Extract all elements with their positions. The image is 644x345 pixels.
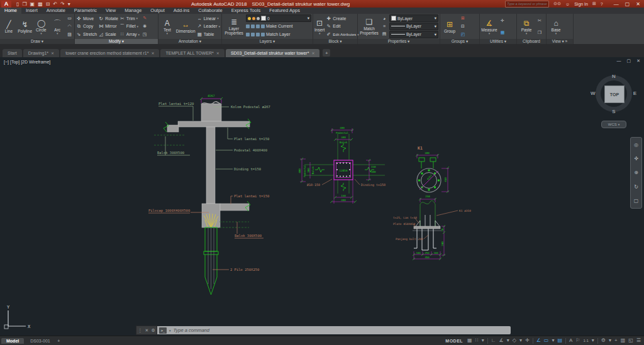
draw-panel-label[interactable]: Draw ▾ — [0, 39, 74, 44]
autocad-logo[interactable]: A — [1, 1, 11, 8]
tab-insert[interactable]: Insert — [21, 8, 42, 14]
pan-icon[interactable]: ✜ — [634, 156, 638, 162]
viewcube[interactable]: N W E S TOP — [594, 73, 634, 114]
linear-button[interactable]: ↔Linear▾ — [197, 14, 220, 22]
zoom-icon[interactable]: ⊕ — [634, 170, 638, 175]
isodraft-caret-icon[interactable]: ▾ — [519, 337, 522, 344]
utilities-panel-label[interactable]: Utilities ▾ — [480, 39, 516, 44]
move-button[interactable]: ✜Move — [76, 14, 97, 22]
color-wheel-icon[interactable]: ◕ — [383, 16, 386, 21]
explode-icon[interactable]: ❋ — [143, 24, 147, 29]
command-recent-caret[interactable]: ▾ — [169, 329, 171, 332]
tab-close-icon[interactable]: ✕ — [51, 51, 54, 55]
quick-calc-icon[interactable]: ▦ — [501, 30, 505, 35]
stretch-button[interactable]: ⇘Stretch — [76, 31, 97, 38]
file-tab-templet[interactable]: TEMPLET ALL TOWER*✕ — [160, 49, 224, 57]
workspace-caret-icon[interactable]: ▾ — [609, 337, 611, 344]
new-layout-button[interactable]: + — [55, 339, 62, 343]
list-icon[interactable]: ≡ — [383, 24, 386, 28]
text-button[interactable]: AText▾ — [160, 14, 175, 38]
view-panel-label[interactable]: View ▾ » — [547, 39, 573, 44]
make-current-button[interactable]: Make Current — [246, 23, 311, 30]
mirror-button[interactable]: ⋈Mirror — [98, 23, 118, 30]
annotation-scale-button[interactable]: 1:1 — [583, 337, 588, 344]
pedestal-plan-drawing[interactable]: 12Ø16 400 Pedestal — [298, 126, 386, 204]
point-icon[interactable]: ✛ — [501, 18, 504, 23]
command-line-handle[interactable]: ⋮ ✕ ⚙ — [136, 326, 157, 335]
copy-button[interactable]: ⧉Copy — [76, 23, 97, 30]
table-small-icon[interactable]: ▤ — [382, 31, 387, 36]
object-color-dropdown[interactable]: ByLayer▾ — [389, 14, 438, 22]
dyninput-caret-icon[interactable]: ▾ — [552, 337, 554, 344]
new-file-icon[interactable]: ▯ — [16, 1, 19, 8]
base-plate-drawing[interactable]: 250 — [393, 195, 471, 260]
model-space-badge[interactable]: MODEL — [445, 339, 463, 343]
tab-express-tools[interactable]: Express Tools — [227, 8, 265, 14]
graphics-performance-icon[interactable]: ▥ — [621, 337, 626, 344]
viewcube-north[interactable]: N — [594, 74, 634, 79]
circle-button[interactable]: ◯Circle▾ — [34, 14, 49, 38]
table-button[interactable]: ▦Table — [197, 31, 220, 38]
groups-panel-label[interactable]: Groups ▾ — [440, 39, 479, 44]
viewcube-west[interactable]: W — [591, 90, 596, 96]
tab-featured-apps[interactable]: Featured Apps — [265, 8, 304, 14]
redo-icon[interactable]: ↷ — [60, 1, 65, 8]
help-icon[interactable]: ? — [601, 2, 603, 6]
hatch-icon[interactable]: ▨ — [67, 32, 72, 37]
clipboard-panel-label[interactable]: Clipboard — [517, 39, 546, 44]
group-select-icon[interactable]: ◰ — [461, 32, 465, 37]
match-layer-button[interactable]: Match Layer — [246, 31, 311, 38]
tab-addins[interactable]: Add-ins — [169, 8, 194, 14]
block-create-button[interactable]: ✚Create — [326, 14, 359, 22]
search-binoculars-icon[interactable]: ⊙⊙ — [553, 1, 561, 6]
match-properties-button[interactable]: ❏Match Properties — [359, 14, 379, 38]
otrack-toggle-icon[interactable]: ✛ — [525, 337, 530, 344]
orbit-icon[interactable]: ↻ — [634, 184, 638, 190]
file-tab-tower-crane[interactable]: tower crane erection method statement r1… — [60, 49, 159, 57]
viewcube-east[interactable]: E — [633, 90, 636, 96]
tab-close-icon[interactable]: ✕ — [216, 51, 219, 55]
leader-button[interactable]: ↗Leader▾ — [197, 23, 220, 30]
file-tab-start[interactable]: Start — [3, 49, 22, 57]
layers-panel-label[interactable]: Layers ▾ — [222, 39, 313, 44]
app-store-cart-icon[interactable]: ⊞ — [592, 1, 596, 6]
tab-annotate[interactable]: Annotate — [42, 8, 70, 14]
close-command-icon[interactable]: ✕ — [145, 328, 148, 333]
wcs-menu[interactable]: WCS▾ — [601, 121, 626, 128]
save-file-icon[interactable]: ▣ — [30, 1, 35, 8]
copy-clip-icon[interactable]: ❐ — [538, 30, 541, 35]
qat-dropdown-icon[interactable]: ▾ — [68, 1, 70, 8]
arc-button[interactable]: ⌒Arc▾ — [50, 14, 65, 38]
sign-in-button[interactable]: Sign In — [574, 2, 588, 6]
modify-panel-label[interactable]: Modify ▾ — [75, 39, 158, 44]
tab-manage[interactable]: Manage — [120, 8, 146, 14]
polar-toggle-icon[interactable]: ∡ — [499, 337, 504, 344]
model-space-canvas[interactable]: [−] [Top] [2D Wireframe] — ▢ ✕ — [0, 57, 644, 336]
array-button[interactable]: ∷Array▾ — [119, 31, 140, 38]
ellipse-icon[interactable]: ◠ — [67, 24, 71, 29]
showmotion-icon[interactable]: ▢ — [634, 198, 639, 204]
file-tab-drawing1[interactable]: Drawing1*✕ — [23, 49, 59, 57]
viewcube-south[interactable]: S — [594, 109, 634, 114]
block-panel-label[interactable]: Block ▾ — [313, 39, 357, 44]
minimize-button[interactable]: — — [614, 1, 619, 7]
clean-screen-icon[interactable]: ◱ — [628, 337, 633, 344]
file-tab-sd03-active[interactable]: SD03_Detail-detail struktur water tower*… — [226, 49, 320, 57]
tab-close-icon[interactable]: ✕ — [151, 51, 154, 55]
customize-command-icon[interactable]: ⚙ — [152, 328, 155, 333]
isolate-objects-icon[interactable]: + — [614, 337, 618, 344]
ucs-icon[interactable]: Y X — [4, 305, 31, 329]
plot-icon[interactable]: ⊟ — [46, 1, 50, 8]
linetype-dropdown[interactable]: ByLayer▾ — [389, 31, 438, 38]
annotation-visibility-icon[interactable]: A — [569, 337, 572, 344]
polar-caret-icon[interactable]: ▾ — [507, 337, 509, 344]
properties-panel-label[interactable]: Properties ▾ — [358, 39, 440, 44]
command-prompt-icon[interactable]: >_ — [159, 327, 167, 334]
save-as-icon[interactable]: ▩ — [38, 1, 43, 8]
cut-icon[interactable]: ✂ — [538, 18, 541, 23]
layout-tab-ds03[interactable]: DS03-001 — [25, 338, 55, 344]
close-button[interactable]: ✕ — [636, 1, 640, 7]
tab-parametric[interactable]: Parametric — [70, 8, 101, 14]
ungroup-icon[interactable]: ⊟ — [461, 24, 465, 29]
paste-button[interactable]: ⧉Paste▾ — [518, 14, 535, 38]
